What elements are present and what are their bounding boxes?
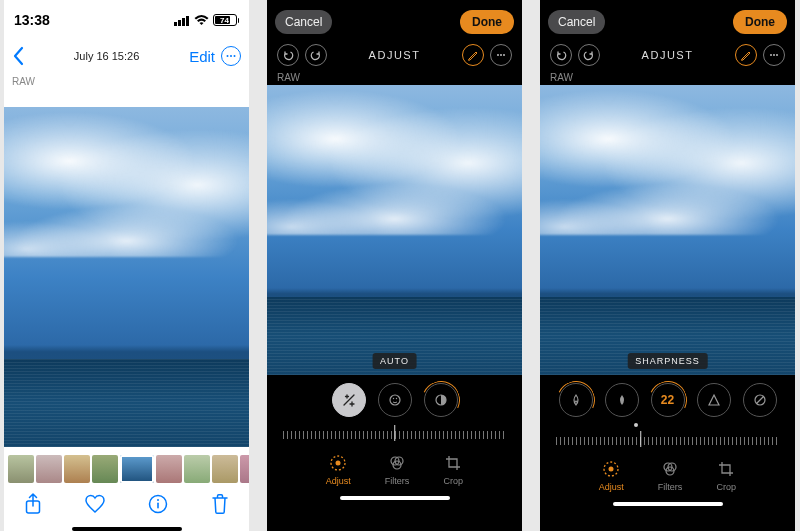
markup-icon[interactable] [462,44,484,66]
adjustment-dials [267,375,522,421]
home-indicator[interactable] [613,502,723,506]
raw-badge: RAW [4,72,249,93]
more-icon[interactable] [763,44,785,66]
filters-icon [660,459,680,479]
clock: 13:38 [14,12,50,28]
svg-point-19 [336,461,341,466]
slider-indicator-dot [634,423,638,427]
tab-label: Adjust [326,476,351,486]
svg-point-12 [500,54,502,56]
vibrance-dial[interactable] [605,383,639,417]
svg-rect-2 [182,18,185,26]
tab-filters[interactable]: Filters [385,453,410,486]
tint-dial[interactable] [559,383,593,417]
photo-viewer-screen: 13:38 74 July 16 15:26 Edit [4,0,249,531]
adjustment-slider[interactable] [283,425,506,445]
done-button[interactable]: Done [460,10,514,34]
adjustment-dials: 22 [540,375,795,421]
svg-rect-1 [178,20,181,26]
mode-title: ADJUST [642,49,694,61]
crop-icon [716,459,736,479]
exposure-dial[interactable] [378,383,412,417]
home-indicator[interactable] [340,496,450,500]
cancel-button[interactable]: Cancel [275,10,332,34]
edit-screen-auto: Cancel Done ADJUST RAW AUTO [267,0,522,531]
back-button[interactable] [12,46,24,66]
sharpness-dial[interactable]: 22 [651,383,685,417]
edit-tabs: Adjust Filters Crop [540,451,795,496]
photo-preview[interactable] [4,107,249,447]
thumbnail[interactable] [64,455,90,483]
svg-point-13 [503,54,505,56]
tab-label: Adjust [599,482,624,492]
definition-dial[interactable] [697,383,731,417]
adjust-icon [601,459,621,479]
favorite-icon[interactable] [84,493,106,515]
adjustment-label: SHARPNESS [627,353,708,369]
thumbnail[interactable] [156,455,182,483]
edit-preview[interactable]: AUTO [267,85,522,375]
svg-point-16 [395,398,396,399]
thumbnail-selected[interactable] [120,455,154,483]
svg-rect-10 [157,503,159,509]
tab-adjust[interactable]: Adjust [326,453,351,486]
svg-rect-0 [174,22,177,26]
adjust-icon [328,453,348,473]
thumbnail[interactable] [8,455,34,483]
thumbnail[interactable] [212,455,238,483]
filters-icon [387,453,407,473]
status-icons: 74 [174,14,240,26]
mode-title: ADJUST [369,49,421,61]
more-icon[interactable] [490,44,512,66]
thumbnail[interactable] [36,455,62,483]
edit-nav: Cancel Done [267,0,522,40]
tab-filters[interactable]: Filters [658,459,683,492]
svg-point-29 [609,467,614,472]
info-icon[interactable] [147,493,169,515]
edit-screen-sharpness: Cancel Done ADJUST RAW SHARPNESS 22 [540,0,795,531]
raw-badge: RAW [540,70,795,85]
brilliance-dial[interactable] [424,383,458,417]
redo-icon[interactable] [305,44,327,66]
more-button[interactable] [221,46,241,66]
thumbnail[interactable] [92,455,118,483]
svg-point-4 [227,55,229,57]
nav-bar: July 16 15:26 Edit [4,40,249,72]
tab-crop[interactable]: Crop [443,453,463,486]
tab-label: Filters [385,476,410,486]
edit-nav: Cancel Done [540,0,795,40]
svg-point-24 [773,54,775,56]
battery-icon: 74 [213,14,240,26]
share-icon[interactable] [22,493,44,515]
thumbnail[interactable] [240,455,249,483]
svg-point-5 [230,55,232,57]
svg-point-14 [390,395,400,405]
edit-preview[interactable]: SHARPNESS [540,85,795,375]
undo-icon[interactable] [550,44,572,66]
signal-icon [174,15,190,26]
raw-badge: RAW [267,70,522,85]
noise-dial[interactable] [743,383,777,417]
undo-icon[interactable] [277,44,299,66]
cancel-button[interactable]: Cancel [548,10,605,34]
edit-button[interactable]: Edit [189,48,215,65]
thumbnail-strip[interactable] [4,447,249,485]
wifi-icon [194,15,209,26]
svg-point-25 [776,54,778,56]
svg-point-26 [575,401,577,403]
svg-point-15 [392,398,393,399]
redo-icon[interactable] [578,44,600,66]
trash-icon[interactable] [209,493,231,515]
tab-crop[interactable]: Crop [716,459,736,492]
markup-icon[interactable] [735,44,757,66]
edit-tabs: Adjust Filters Crop [267,445,522,490]
tab-label: Crop [716,482,736,492]
auto-dial[interactable] [332,383,366,417]
svg-point-11 [497,54,499,56]
home-indicator[interactable] [72,527,182,531]
tab-adjust[interactable]: Adjust [599,459,624,492]
done-button[interactable]: Done [733,10,787,34]
svg-point-17 [436,395,446,405]
adjustment-slider[interactable] [556,431,779,451]
thumbnail[interactable] [184,455,210,483]
